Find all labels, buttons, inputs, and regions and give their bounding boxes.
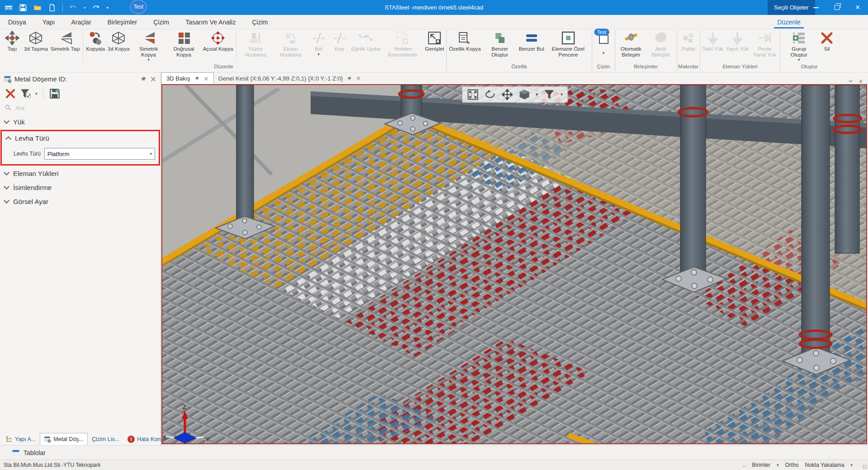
chevron-down-icon[interactable]: ▾ bbox=[536, 92, 538, 97]
units-button[interactable]: Birimler bbox=[752, 462, 770, 468]
down-arrow-icon bbox=[706, 31, 720, 45]
copy-3d-button[interactable]: 3d Kopya bbox=[106, 30, 131, 52]
close-tab-icon[interactable] bbox=[356, 76, 361, 81]
view-cube-icon[interactable] bbox=[519, 89, 530, 100]
save-icon[interactable] bbox=[19, 4, 27, 12]
curve-fit-button[interactable]: Eğrilik Uydur bbox=[350, 30, 382, 52]
mirror-copy-button[interactable]: Simetrik Kopya▾ bbox=[131, 30, 166, 62]
mirror-move-button[interactable]: Simetrik Taşı bbox=[49, 30, 82, 52]
close-icon[interactable] bbox=[858, 79, 863, 84]
redo-icon[interactable] bbox=[92, 4, 100, 12]
new-document-icon[interactable] bbox=[48, 4, 56, 12]
minimize-button[interactable] bbox=[806, 0, 826, 15]
menu-birlesimler[interactable]: Birleşimler bbox=[108, 19, 137, 26]
move-button[interactable]: Taşı bbox=[2, 30, 23, 52]
tables-bar[interactable]: Tablolar bbox=[0, 445, 868, 460]
split-button[interactable]: Böl▾ bbox=[308, 30, 329, 57]
menu-tasarim-ve-analiz[interactable]: Tasarım Ve Analiz bbox=[185, 19, 236, 26]
section-eleman-yukleri[interactable]: Eleman Yükleri bbox=[0, 166, 160, 180]
viewport-3d-canvas[interactable]: Z X Y ▾ ▾ bbox=[161, 84, 867, 444]
clear-filter-red-x-icon[interactable] bbox=[5, 88, 16, 100]
viewport-toolbar: ▾ ▾ bbox=[462, 86, 568, 103]
axis-align-button[interactable]: Eksen Hizalama bbox=[273, 30, 308, 58]
orbit-icon[interactable] bbox=[484, 89, 496, 100]
auto-connection-button[interactable]: Otomatik Birleşim bbox=[616, 30, 646, 58]
lateral-load-button[interactable]: Perde Yanal Yük bbox=[750, 30, 779, 58]
chevron-down-icon: ▾ bbox=[798, 57, 800, 62]
chevron-down-icon[interactable]: ▾ bbox=[850, 463, 853, 467]
point-load-button[interactable]: Tekil Yük bbox=[701, 30, 725, 52]
move-3d-button[interactable]: 3d Taşıma bbox=[23, 30, 49, 52]
undo-dropdown-icon[interactable]: ▾ bbox=[84, 5, 86, 10]
ribbon-tab-duzenle[interactable]: Düzenle bbox=[769, 15, 809, 29]
svg-text:Y: Y bbox=[206, 436, 210, 443]
app-logo-icon bbox=[5, 4, 13, 12]
copy-button[interactable]: Kopyala bbox=[85, 30, 106, 52]
trim-button[interactable]: Kırp bbox=[329, 30, 350, 52]
explode-icon bbox=[681, 31, 696, 45]
chevron-down-icon[interactable]: ▾ bbox=[777, 463, 779, 467]
create-similar-button[interactable]: Benzer Oluştur bbox=[482, 30, 517, 58]
chevron-down-icon: ▾ bbox=[150, 152, 152, 156]
snap-toggle[interactable]: Nokta Yakalama bbox=[805, 462, 844, 468]
section-isimlendirme[interactable]: İsimlendirme bbox=[0, 180, 160, 195]
chevron-up-icon bbox=[5, 136, 11, 142]
viewport-tab-3d[interactable]: 3D Bakış bbox=[161, 72, 214, 84]
reposition-button[interactable]: Yeniden Konumlandır bbox=[382, 30, 424, 58]
resize-grip[interactable] bbox=[863, 465, 867, 469]
filter-check-icon[interactable] bbox=[20, 88, 32, 100]
distributed-load-button[interactable]: Yayılı Yük bbox=[725, 30, 750, 52]
chevron-down-icon[interactable]: ▾ bbox=[561, 92, 563, 97]
ribbon-group-makrolar: Patlat Makrolar bbox=[678, 29, 699, 72]
axis-align-icon bbox=[283, 31, 298, 45]
zoom-fit-icon[interactable] bbox=[467, 89, 479, 100]
tab-cizim-listesi[interactable]: Çizim Lis... bbox=[88, 433, 123, 445]
surface-align-button[interactable]: Yüzey Hizalama bbox=[238, 30, 273, 58]
open-folder-icon[interactable] bbox=[33, 4, 42, 12]
explode-button[interactable]: Patlat bbox=[678, 30, 699, 52]
pin-icon[interactable] bbox=[194, 76, 200, 81]
element-window-button[interactable]: Elemane Özel Pencere bbox=[546, 30, 591, 58]
find-similar-button[interactable]: Benzer Bul bbox=[517, 30, 545, 52]
delete-button[interactable]: Sil bbox=[816, 30, 837, 52]
angular-copy-button[interactable]: Açısal Kopya bbox=[202, 30, 235, 52]
extend-button[interactable]: Genişlet bbox=[424, 30, 445, 52]
grid-squares-icon bbox=[177, 31, 191, 45]
smart-connection-button[interactable]: Akıllı Birleşim bbox=[646, 30, 676, 58]
close-panel-icon[interactable] bbox=[150, 76, 157, 83]
ortho-toggle[interactable]: Ortho bbox=[785, 462, 799, 468]
drawing-dropdown-button[interactable]: Test ▾ bbox=[593, 30, 614, 56]
toolbar-dropdown-icon[interactable]: ▾ bbox=[106, 5, 108, 10]
restore-button[interactable] bbox=[826, 0, 847, 15]
filter-icon[interactable] bbox=[543, 89, 555, 100]
close-tab-icon[interactable] bbox=[203, 76, 209, 81]
chevron-down-icon[interactable] bbox=[848, 78, 854, 84]
search-icon bbox=[5, 104, 12, 111]
section-levha-turu[interactable]: Levha Türü bbox=[2, 131, 159, 145]
tab-metal-doseme[interactable]: Metal Döş... bbox=[40, 433, 88, 445]
chevron-down-icon bbox=[4, 198, 9, 204]
menu-cizim-2[interactable]: Çizim bbox=[252, 19, 268, 26]
tab-yapi-agaci[interactable]: Yapı A... bbox=[1, 433, 40, 445]
menu-dosya[interactable]: Dosya bbox=[8, 19, 26, 26]
grating-scene: Z X Y bbox=[162, 85, 866, 443]
menu-yapi[interactable]: Yapı bbox=[42, 19, 55, 26]
search-input[interactable] bbox=[15, 104, 128, 111]
filter-dropdown-icon[interactable]: ▾ bbox=[35, 91, 38, 96]
levha-turu-combobox[interactable]: Platform ▾ bbox=[44, 148, 155, 160]
viewport-tab-genel-kesit[interactable]: Genel Kesit {X:6,06 Y:-4,99 Z:0,1} {X:0 … bbox=[214, 72, 366, 84]
section-gorsel-ayar[interactable]: Görsel Ayar bbox=[0, 195, 160, 209]
linear-copy-button[interactable]: Doğrusal Kopya bbox=[166, 30, 202, 58]
menu-araclar[interactable]: Araçlar bbox=[71, 19, 91, 26]
section-yuk[interactable]: Yük bbox=[0, 115, 160, 129]
property-copy-button[interactable]: Özellik Kopya bbox=[448, 30, 482, 52]
pin-icon[interactable] bbox=[346, 76, 352, 81]
save-settings-icon[interactable] bbox=[49, 88, 61, 100]
menu-cizim[interactable]: Çizim bbox=[153, 19, 169, 26]
create-group-button[interactable]: Gurup Oluştur▾ bbox=[781, 30, 816, 62]
close-button[interactable]: × bbox=[847, 0, 868, 15]
undo-icon[interactable] bbox=[69, 4, 77, 12]
quick-access-toolbar: ▾ ▾ bbox=[0, 3, 108, 12]
pan-icon[interactable] bbox=[501, 89, 513, 100]
pin-icon[interactable] bbox=[140, 76, 147, 83]
